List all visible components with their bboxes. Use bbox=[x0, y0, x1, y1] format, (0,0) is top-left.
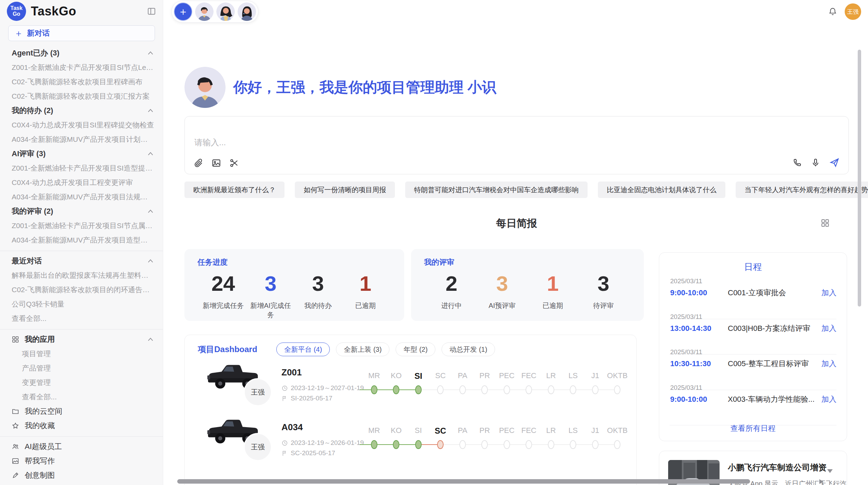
milestone-node[interactable] bbox=[437, 440, 444, 449]
sidebar-item-star[interactable]: 我的收藏 bbox=[0, 419, 163, 433]
sidebar-task-item[interactable]: A034-全新新能源MUV产品开发项目计划变更表编写 bbox=[0, 132, 163, 147]
chevron-up-icon[interactable] bbox=[147, 50, 154, 57]
sidebar-recent-header[interactable]: 最近对话 bbox=[0, 254, 163, 268]
milestone-node[interactable] bbox=[393, 385, 399, 394]
sidebar-task-item[interactable]: Z001-全新燃油皮卡产品开发项目SI节点Lesson Learn报告 bbox=[0, 60, 163, 75]
milestone-node[interactable] bbox=[415, 385, 422, 394]
sidebar-app-item[interactable]: 产品管理 bbox=[0, 361, 163, 375]
sidebar-recent-item[interactable]: C02-飞腾新能源轻客改款项目的闭环通告反馈情况 bbox=[0, 283, 163, 297]
schedule-join-link[interactable]: 加入 bbox=[821, 288, 836, 298]
milestone-label: SI bbox=[415, 426, 422, 438]
milestone-node[interactable] bbox=[526, 385, 532, 394]
milestone-node[interactable] bbox=[592, 440, 599, 449]
milestone-node[interactable] bbox=[415, 440, 422, 449]
dashboard-tab[interactable]: 全新上装 (3) bbox=[336, 343, 389, 356]
sidebar-section-header[interactable]: 我的待办 (2) bbox=[0, 103, 163, 118]
sidebar-task-item[interactable]: C0X4-动力总成开发项目SI里程碑提交物检查 bbox=[0, 118, 163, 132]
scissors-icon[interactable] bbox=[229, 158, 239, 168]
sidebar-item-folder[interactable]: 我的云空间 bbox=[0, 404, 163, 419]
chevron-up-icon[interactable] bbox=[147, 208, 154, 215]
schedule-join-link[interactable]: 加入 bbox=[821, 359, 836, 369]
milestone-node[interactable] bbox=[481, 440, 488, 449]
sidebar-app-item[interactable]: 项目管理 bbox=[0, 347, 163, 361]
user-avatar[interactable]: 王强 bbox=[845, 3, 861, 20]
milestone-node[interactable] bbox=[592, 385, 599, 394]
chevron-up-icon[interactable] bbox=[147, 150, 154, 157]
sidebar-section-header[interactable]: Agent已办 (3) bbox=[0, 46, 163, 60]
sidebar-recent-item[interactable]: 解释最新出台的欧盟报废车法规再生塑料比例被调至15%... bbox=[0, 268, 163, 283]
chevron-up-icon[interactable] bbox=[147, 336, 154, 343]
suggestion-chip[interactable]: 特朗普可能对进口汽车增税会对中国车企造成哪些影响 bbox=[405, 182, 588, 198]
view-all-schedule-link[interactable]: 查看所有日程 bbox=[659, 423, 847, 434]
sidebar-tool-item[interactable]: 创意制图 bbox=[0, 468, 163, 483]
stat-card-title: 任务进度 bbox=[197, 257, 391, 268]
sidebar-app-item[interactable]: 变更管理 bbox=[0, 375, 163, 390]
chat-input[interactable] bbox=[194, 138, 606, 147]
send-icon[interactable] bbox=[829, 158, 840, 168]
star-icon bbox=[12, 422, 19, 430]
agent-avatar-3[interactable] bbox=[238, 2, 256, 21]
milestone-node[interactable] bbox=[614, 440, 620, 449]
suggestion-chip[interactable]: 比亚迪全固态电池计划具体说了什么 bbox=[598, 182, 725, 198]
milestone-node[interactable] bbox=[548, 385, 554, 394]
microphone-icon[interactable] bbox=[811, 158, 820, 167]
dashboard-tab[interactable]: 动总开发 (1) bbox=[442, 343, 495, 356]
sidebar-task-item[interactable]: A034-全新新能源MUV产品开发项目造型可行性评审 bbox=[0, 233, 163, 247]
chevron-up-icon[interactable] bbox=[147, 107, 154, 114]
milestone-node[interactable] bbox=[614, 385, 620, 394]
sidebar-recent-item[interactable]: 公司Q3轻卡销量 bbox=[0, 297, 163, 311]
sidebar-task-item[interactable]: A034-全新新能源MUV产品开发项目法规符合性评审 bbox=[0, 190, 163, 204]
milestone-node[interactable] bbox=[504, 440, 510, 449]
milestone-node[interactable] bbox=[504, 385, 510, 394]
scroll-down-arrow[interactable] bbox=[827, 469, 833, 473]
sidebar-item-my-apps[interactable]: 我的应用 bbox=[0, 332, 163, 347]
collapse-sidebar-icon[interactable] bbox=[147, 7, 156, 16]
add-agent-button[interactable]: ＋ bbox=[174, 2, 192, 21]
suggestion-chip[interactable]: 当下年轻人对汽车外观有怎样的喜好趋势 bbox=[736, 182, 868, 198]
milestone-node[interactable] bbox=[437, 385, 444, 394]
sidebar-section-header[interactable]: 我的评审 (2) bbox=[0, 204, 163, 219]
schedule-join-link[interactable]: 加入 bbox=[821, 394, 836, 405]
sidebar-section-header[interactable]: AI评审 (3) bbox=[0, 147, 163, 161]
sidebar-task-item[interactable]: C02-飞腾新能源轻客改款项目立项汇报方案 bbox=[0, 89, 163, 103]
sidebar-tool-item[interactable]: 帮我写作 bbox=[0, 454, 163, 468]
sidebar-tool-item[interactable]: AI超级员工 bbox=[0, 439, 163, 454]
agent-avatar-1[interactable] bbox=[195, 2, 214, 21]
schedule-join-link[interactable]: 加入 bbox=[821, 323, 836, 334]
milestone-node[interactable] bbox=[481, 385, 488, 394]
milestone-node[interactable] bbox=[570, 440, 576, 449]
milestone-node[interactable] bbox=[459, 440, 466, 449]
sidebar-recent-item[interactable]: 查看全部... bbox=[0, 311, 163, 326]
layout-grid-icon[interactable] bbox=[821, 219, 830, 227]
dashboard-tab[interactable]: 年型 (2) bbox=[396, 343, 435, 356]
suggestion-chip[interactable]: 如何写一份清晰的项目周报 bbox=[295, 182, 395, 198]
image-upload-icon[interactable] bbox=[212, 158, 221, 168]
attachment-icon[interactable] bbox=[194, 158, 203, 168]
milestone-node[interactable] bbox=[570, 385, 576, 394]
sidebar-task-item[interactable]: C02-飞腾新能源轻客改款项目里程碑画布 bbox=[0, 75, 163, 89]
sidebar-task-item[interactable]: C0X4-动力总成开发项目工程变更评审 bbox=[0, 175, 163, 190]
milestone: OKTB bbox=[606, 426, 629, 451]
milestone-node[interactable] bbox=[371, 385, 377, 394]
milestone: PA bbox=[451, 371, 474, 397]
notification-bell-icon[interactable] bbox=[828, 7, 837, 16]
milestone-node[interactable] bbox=[526, 440, 532, 449]
chevron-up-icon[interactable] bbox=[147, 258, 154, 264]
scroll-right-arrow[interactable] bbox=[819, 479, 823, 484]
phone-call-icon[interactable] bbox=[792, 158, 802, 167]
sidebar-task-item[interactable]: Z001-全新燃油轻卡产品开发项目SI造型提交物评审 bbox=[0, 161, 163, 175]
milestone-node[interactable] bbox=[371, 440, 377, 449]
milestone-node[interactable] bbox=[393, 440, 399, 449]
sidebar-app-item[interactable]: 查看全部... bbox=[0, 390, 163, 404]
dashboard-tab[interactable]: 全新平台 (4) bbox=[276, 343, 330, 356]
sidebar-task-item[interactable]: Z001-全新燃油轻卡产品开发项目SI节点属性5D文件评审 bbox=[0, 219, 163, 233]
section-label: 我的待办 (2) bbox=[12, 105, 53, 116]
milestone-node[interactable] bbox=[459, 385, 466, 394]
milestone-node[interactable] bbox=[548, 440, 554, 449]
stat-item: 24新增完成任务 bbox=[200, 269, 247, 320]
vertical-scrollbar[interactable] bbox=[858, 50, 861, 307]
suggestion-chip[interactable]: 欧洲新规最近颁布了什么？ bbox=[184, 182, 285, 198]
agent-avatar-2[interactable] bbox=[216, 2, 235, 21]
horizontal-scrollbar[interactable] bbox=[177, 479, 750, 484]
new-chat-button[interactable]: ＋ 新对话 bbox=[8, 25, 155, 41]
